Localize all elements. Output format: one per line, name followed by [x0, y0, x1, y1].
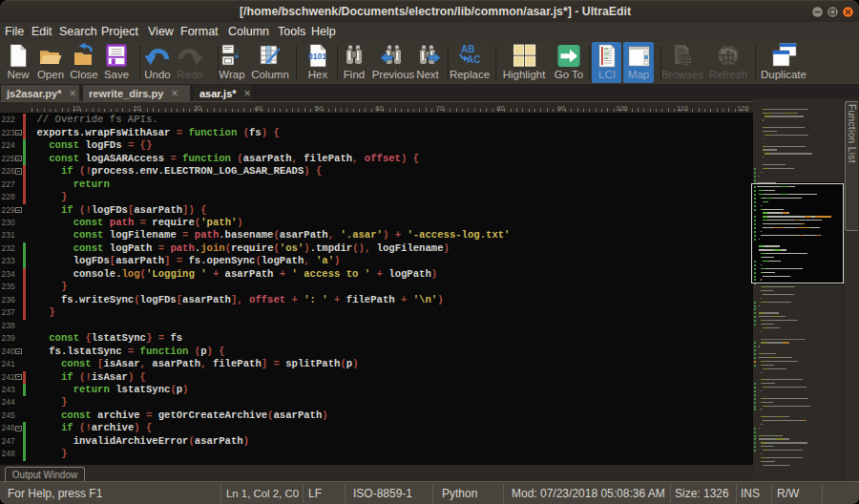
svg-text:AB: AB: [461, 44, 474, 54]
svg-text:AC: AC: [467, 54, 480, 65]
svg-text:0101: 0101: [308, 52, 326, 61]
